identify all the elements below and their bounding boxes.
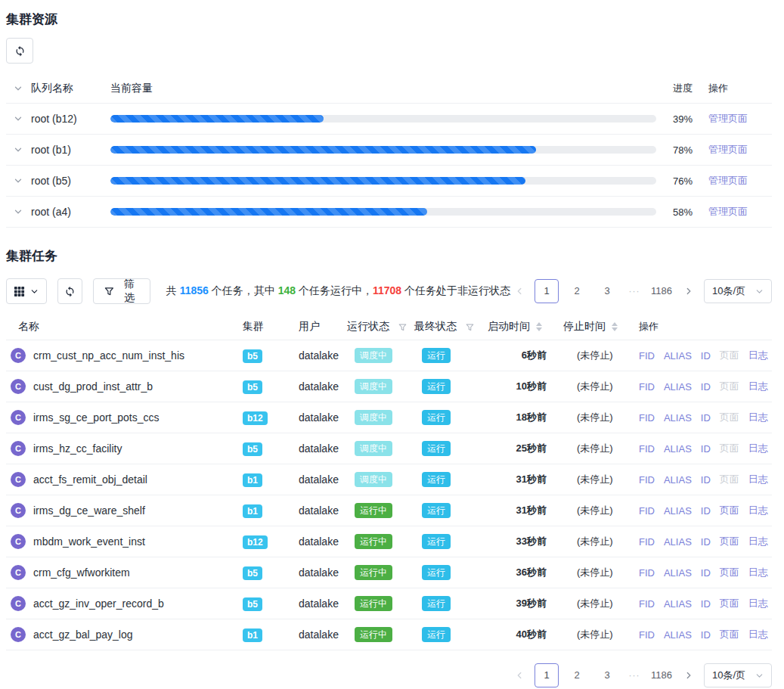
avatar: C — [11, 379, 26, 394]
page-link[interactable]: 页面 — [720, 442, 739, 455]
page-number-last[interactable]: 1186 — [649, 663, 674, 687]
page-link[interactable]: 页面 — [720, 411, 739, 424]
page-number-3[interactable]: 3 — [595, 663, 619, 687]
page-number-3[interactable]: 3 — [595, 279, 619, 303]
alias-link[interactable]: ALIAS — [664, 598, 692, 610]
alias-link[interactable]: ALIAS — [664, 629, 692, 641]
capacity-progress-bar — [110, 146, 656, 154]
manage-page-link[interactable]: 管理页面 — [708, 113, 748, 124]
id-link[interactable]: ID — [701, 412, 711, 424]
alias-link[interactable]: ALIAS — [664, 412, 692, 424]
page-link[interactable]: 页面 — [720, 380, 739, 393]
id-link[interactable]: ID — [701, 598, 711, 610]
log-link[interactable]: 日志 — [748, 411, 768, 424]
manage-page-link[interactable]: 管理页面 — [708, 175, 748, 186]
alias-link[interactable]: ALIAS — [664, 505, 692, 517]
task-row: C crm_cust_np_acc_num_inst_his b5 datala… — [6, 340, 772, 371]
fid-link[interactable]: FID — [639, 350, 655, 362]
task-row: C mbdm_work_event_inst b12 datalake 运行中 … — [6, 526, 772, 557]
log-link[interactable]: 日志 — [748, 504, 768, 517]
log-link[interactable]: 日志 — [748, 380, 768, 393]
queue-name: root (a4) — [31, 206, 71, 218]
page-link[interactable]: 页面 — [720, 597, 739, 610]
chevron-down-icon[interactable] — [14, 114, 23, 123]
task-name: acct_fs_remit_obj_detail — [33, 473, 147, 486]
page-size-select[interactable]: 10条/页 — [704, 279, 772, 303]
page-link[interactable]: 页面 — [720, 566, 739, 579]
stop-time: (未停止) — [577, 628, 613, 641]
log-link[interactable]: 日志 — [748, 597, 768, 610]
page-link[interactable]: 页面 — [720, 473, 739, 486]
next-page-icon[interactable] — [680, 663, 698, 687]
page-link[interactable]: 页面 — [720, 349, 739, 362]
id-link[interactable]: ID — [701, 474, 711, 486]
chevron-down-icon[interactable] — [14, 207, 23, 216]
fid-link[interactable]: FID — [639, 381, 655, 393]
page-number-2[interactable]: 2 — [565, 663, 589, 687]
manage-page-link[interactable]: 管理页面 — [708, 144, 748, 155]
manage-page-link[interactable]: 管理页面 — [708, 206, 748, 217]
alias-link[interactable]: ALIAS — [664, 567, 692, 579]
start-time-sorter-icon[interactable] — [536, 322, 542, 331]
cluster-badge: b12 — [243, 535, 268, 549]
chevron-down-icon[interactable] — [14, 145, 23, 154]
page-link[interactable]: 页面 — [720, 504, 739, 517]
page-ellipsis[interactable]: ··· — [625, 286, 643, 296]
run-status-badge: 调度中 — [355, 441, 392, 456]
resources-refresh-button[interactable] — [6, 38, 33, 64]
progress-percent: 78% — [656, 144, 702, 156]
page-number-1[interactable]: 1 — [535, 279, 559, 303]
id-link[interactable]: ID — [701, 629, 711, 641]
id-link[interactable]: ID — [701, 443, 711, 455]
column-settings-button[interactable] — [6, 278, 47, 304]
page-link[interactable]: 页面 — [720, 628, 739, 641]
fid-link[interactable]: FID — [639, 505, 655, 517]
run-status-filter-icon[interactable] — [398, 323, 407, 331]
chevron-down-icon[interactable] — [14, 176, 23, 185]
log-link[interactable]: 日志 — [748, 566, 768, 579]
page-number-last[interactable]: 1186 — [649, 279, 674, 303]
id-link[interactable]: ID — [701, 567, 711, 579]
log-link[interactable]: 日志 — [748, 628, 768, 641]
task-row: C crm_cfg_wfworkitem b5 datalake 运行中 运行 … — [6, 557, 772, 588]
fid-link[interactable]: FID — [639, 567, 655, 579]
final-status-filter-icon[interactable] — [466, 323, 474, 331]
id-link[interactable]: ID — [701, 536, 711, 548]
prev-page-icon[interactable] — [510, 279, 528, 303]
alias-link[interactable]: ALIAS — [664, 536, 692, 548]
page-link[interactable]: 页面 — [720, 535, 739, 548]
next-page-icon[interactable] — [680, 279, 698, 303]
log-link[interactable]: 日志 — [748, 442, 768, 455]
alias-link[interactable]: ALIAS — [664, 443, 692, 455]
fid-link[interactable]: FID — [639, 412, 655, 424]
alias-link[interactable]: ALIAS — [664, 381, 692, 393]
alias-link[interactable]: ALIAS — [664, 474, 692, 486]
summary-segment: 148 — [278, 284, 296, 296]
tasks-refresh-button[interactable] — [57, 278, 83, 304]
page-ellipsis[interactable]: ··· — [625, 670, 643, 681]
fid-link[interactable]: FID — [639, 629, 655, 641]
log-link[interactable]: 日志 — [748, 535, 768, 548]
log-link[interactable]: 日志 — [748, 349, 768, 362]
prev-page-icon[interactable] — [510, 663, 528, 687]
page-number-2[interactable]: 2 — [565, 279, 589, 303]
stop-time: (未停止) — [577, 473, 613, 486]
page-number-1[interactable]: 1 — [535, 663, 559, 687]
fid-link[interactable]: FID — [639, 474, 655, 486]
log-link[interactable]: 日志 — [748, 473, 768, 486]
fid-link[interactable]: FID — [639, 536, 655, 548]
filter-button[interactable]: 筛选 — [93, 278, 150, 304]
id-link[interactable]: ID — [701, 505, 711, 517]
fid-link[interactable]: FID — [639, 598, 655, 610]
stop-time-sorter-icon[interactable] — [612, 322, 618, 331]
cluster-badge: b5 — [243, 597, 262, 611]
summary-segment: 个任务处于非运行状态 — [401, 284, 510, 296]
collapse-all-icon[interactable] — [14, 84, 23, 93]
page-size-select[interactable]: 10条/页 — [704, 663, 772, 687]
id-link[interactable]: ID — [701, 350, 711, 362]
alias-link[interactable]: ALIAS — [664, 350, 692, 362]
id-link[interactable]: ID — [701, 381, 711, 393]
capacity-progress-bar — [110, 208, 656, 216]
fid-link[interactable]: FID — [639, 443, 655, 455]
task-row: C cust_dg_prod_inst_attr_b b5 datalake 调… — [6, 371, 772, 402]
